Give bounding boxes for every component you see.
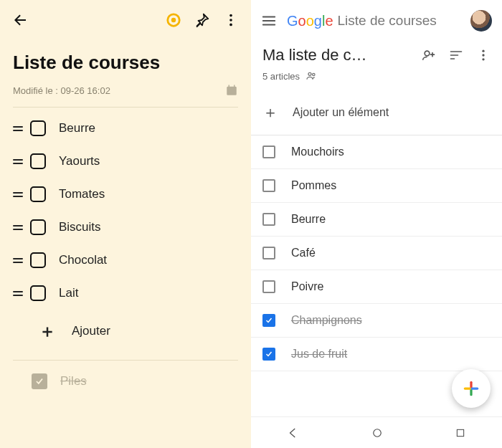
checkbox[interactable] — [30, 219, 46, 235]
calendar-icon[interactable] — [225, 84, 238, 97]
list-item[interactable]: Pommes — [251, 169, 502, 203]
drag-handle-icon[interactable] — [13, 159, 26, 164]
item-label: Chocolat — [59, 253, 107, 267]
plus-icon: ＋ — [262, 102, 278, 123]
nav-back-icon[interactable] — [287, 426, 300, 439]
right-checklist: MouchoirsPommesBeurreCaféPoivreChampigno… — [251, 135, 502, 371]
right-appbar: Google Liste de courses — [251, 0, 502, 39]
checkbox-checked[interactable] — [262, 314, 275, 327]
svg-rect-5 — [227, 87, 237, 95]
right-app-title: Liste de courses — [338, 13, 437, 29]
left-note-title[interactable]: Liste de courses — [0, 36, 251, 81]
checkbox[interactable] — [30, 252, 46, 268]
drag-handle-icon[interactable] — [13, 258, 26, 263]
drag-handle-icon[interactable] — [13, 291, 26, 296]
plus-icon: ＋ — [39, 320, 56, 343]
checkbox[interactable] — [262, 213, 275, 226]
item-label: Beurre — [59, 121, 95, 135]
checkbox[interactable] — [262, 280, 275, 293]
left-checklist: BeurreYaourtsTomatesBiscuitsChocolatLait… — [0, 108, 251, 396]
record-icon[interactable] — [164, 10, 184, 30]
people-icon — [306, 70, 317, 82]
list-item[interactable]: Lait — [0, 277, 251, 310]
item-label: Champignons — [291, 314, 362, 327]
nav-recent-icon[interactable] — [455, 427, 466, 439]
svg-point-4 — [229, 24, 232, 27]
checkbox-checked[interactable] — [262, 348, 275, 361]
item-label: Yaourts — [59, 154, 100, 168]
item-label: Mouchoirs — [291, 146, 344, 158]
svg-point-1 — [171, 18, 176, 22]
item-label: Lait — [59, 286, 78, 300]
list-item[interactable]: Biscuits — [0, 211, 251, 244]
list-item[interactable]: Mouchoirs — [251, 135, 502, 169]
left-toolbar — [0, 0, 251, 36]
checkbox[interactable] — [30, 186, 46, 202]
svg-point-13 — [313, 73, 315, 75]
svg-point-9 — [482, 50, 484, 52]
list-item[interactable]: Café — [251, 237, 502, 270]
left-add-label: Ajouter — [72, 324, 110, 338]
drag-handle-icon[interactable] — [13, 192, 26, 197]
list-item[interactable]: Tomates — [0, 178, 251, 211]
drag-handle-icon[interactable] — [13, 126, 26, 131]
list-item[interactable]: Chocolat — [0, 244, 251, 277]
right-add-item[interactable]: ＋ Ajouter un élément — [251, 90, 502, 135]
item-label: Biscuits — [59, 220, 101, 234]
share-icon[interactable] — [422, 48, 436, 62]
list-item[interactable]: Jus de fruit — [251, 338, 502, 371]
left-app: Liste de courses Modifié le : 09-26 16:0… — [0, 0, 251, 448]
nav-home-icon[interactable] — [371, 426, 384, 439]
svg-point-2 — [229, 14, 232, 17]
item-label: Poivre — [291, 280, 323, 293]
modified-label: Modifié le : 09-26 16:02 — [13, 85, 110, 96]
svg-point-10 — [482, 54, 484, 56]
svg-point-11 — [482, 58, 484, 60]
item-label: Beurre — [291, 213, 326, 226]
svg-rect-7 — [234, 85, 235, 88]
right-list-title[interactable]: Ma liste de c… — [262, 46, 422, 65]
drag-handle-icon[interactable] — [13, 225, 26, 230]
checkbox[interactable] — [30, 153, 46, 169]
checkbox[interactable] — [30, 120, 46, 136]
android-navbar — [251, 416, 502, 448]
list-item[interactable]: Yaourts — [0, 145, 251, 178]
right-subtitle: 5 articles — [251, 70, 502, 90]
checkbox-checked[interactable] — [32, 373, 47, 389]
overflow-menu-icon[interactable] — [221, 10, 241, 30]
item-label: Jus de fruit — [291, 348, 347, 361]
list-item[interactable]: Beurre — [0, 112, 251, 145]
list-item[interactable]: Champignons — [251, 304, 502, 338]
checkbox[interactable] — [262, 146, 275, 158]
svg-point-14 — [374, 429, 382, 437]
pin-icon[interactable] — [192, 10, 212, 30]
svg-point-12 — [308, 72, 311, 75]
item-label: Tomates — [59, 187, 105, 201]
svg-rect-15 — [458, 429, 464, 436]
checkbox[interactable] — [30, 285, 46, 301]
left-meta-row: Modifié le : 09-26 16:02 — [0, 81, 251, 107]
checkbox[interactable] — [262, 247, 275, 259]
avatar[interactable] — [470, 10, 492, 32]
item-label: Piles — [60, 374, 87, 389]
svg-point-8 — [425, 51, 430, 56]
svg-point-3 — [229, 19, 232, 22]
right-list-header: Ma liste de c… — [251, 39, 502, 70]
google-logo: Google — [287, 13, 333, 29]
item-label: Pommes — [291, 179, 336, 192]
right-add-label: Ajouter un élément — [293, 106, 389, 119]
right-app: Google Liste de courses Ma liste de c… 5… — [251, 0, 502, 448]
back-button[interactable] — [10, 10, 30, 30]
list-item[interactable]: Beurre — [251, 203, 502, 237]
fab-add-button[interactable] — [452, 369, 491, 408]
item-label: Café — [291, 247, 316, 259]
sort-icon[interactable] — [449, 48, 463, 62]
list-item[interactable]: Poivre — [251, 270, 502, 304]
left-add-item[interactable]: ＋ Ajouter — [0, 310, 251, 356]
checkbox[interactable] — [262, 179, 275, 192]
menu-icon[interactable] — [261, 13, 277, 29]
list-item-done[interactable]: Piles — [0, 361, 251, 396]
overflow-menu-icon[interactable] — [476, 48, 491, 62]
svg-rect-6 — [229, 85, 230, 88]
